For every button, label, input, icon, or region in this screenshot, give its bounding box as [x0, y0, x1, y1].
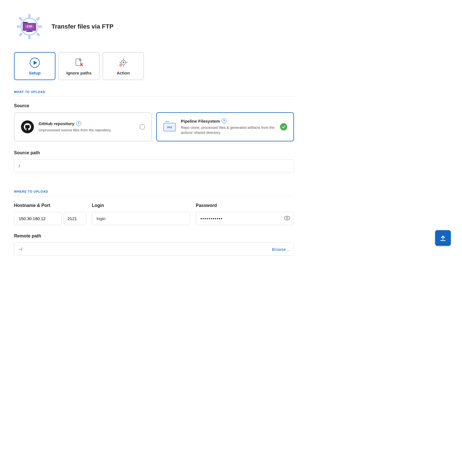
- github-help-icon[interactable]: ?: [76, 121, 81, 126]
- where-to-upload-section: WHERE TO UPLOAD Hostname & Port Login Pa…: [14, 190, 294, 256]
- what-to-upload-section: WHAT TO UPLOAD Source GitHub repository …: [14, 90, 294, 181]
- tab-action[interactable]: Action: [102, 52, 144, 80]
- svg-rect-2: [28, 35, 31, 39]
- svg-point-26: [120, 64, 122, 66]
- pfs-card-body: Pipeline Filesystem ? Repo clone, proces…: [181, 118, 276, 135]
- tab-setup-label: Setup: [29, 71, 41, 75]
- github-card-title: GitHub repository ?: [39, 121, 135, 126]
- svg-point-34: [284, 216, 290, 220]
- tab-ignore-paths-label: Ignore paths: [66, 71, 92, 75]
- pfs-card-desc: Repo clone, processed files & generated …: [181, 125, 276, 135]
- source-label: Source: [14, 103, 294, 108]
- svg-rect-3: [17, 25, 21, 28]
- tab-setup[interactable]: Setup: [14, 52, 55, 80]
- remote-path-wrap: Browse…: [14, 242, 294, 256]
- credentials-row: Hostname & Port Login Password: [14, 203, 294, 225]
- svg-rect-10: [26, 31, 33, 32]
- svg-text:FTP: FTP: [27, 25, 32, 28]
- hostname-input[interactable]: [14, 212, 62, 225]
- tab-ignore-paths[interactable]: Ignore paths: [58, 52, 100, 80]
- pfs-check: [280, 123, 287, 130]
- source-cards: GitHub repository ? Unprocessed source f…: [14, 112, 294, 141]
- source-card-github[interactable]: GitHub repository ? Unprocessed source f…: [14, 112, 152, 141]
- pfs-icon: PFS: [163, 120, 176, 134]
- svg-point-35: [286, 217, 288, 219]
- remote-path-input[interactable]: [14, 242, 294, 256]
- login-label: Login: [92, 203, 190, 208]
- svg-rect-4: [38, 25, 42, 28]
- source-path-label: Source path: [14, 150, 294, 155]
- github-card-body: GitHub repository ? Unprocessed source f…: [39, 121, 135, 133]
- ignore-paths-tab-icon: [73, 57, 85, 68]
- browse-button[interactable]: Browse…: [272, 247, 290, 251]
- login-group: Login: [92, 203, 190, 225]
- toggle-password-icon[interactable]: [284, 216, 290, 221]
- svg-marker-15: [34, 61, 37, 65]
- tab-action-label: Action: [117, 71, 130, 75]
- hostname-label: Hostname & Port: [14, 203, 86, 208]
- page-header: FTP Transfer files via FTP: [14, 11, 294, 42]
- password-input[interactable]: [196, 212, 294, 225]
- login-input[interactable]: [92, 212, 190, 225]
- tabs-container: Setup Ignore paths: [14, 52, 294, 80]
- svg-rect-8: [36, 32, 40, 37]
- pfs-help-icon[interactable]: ?: [221, 118, 227, 123]
- source-card-pipeline-fs[interactable]: PFS Pipeline Filesystem ? Repo clone, pr…: [156, 112, 294, 141]
- password-wrap: [196, 212, 294, 225]
- github-radio[interactable]: [139, 124, 145, 130]
- hostname-inputs: [14, 212, 86, 225]
- source-path-input[interactable]: [14, 159, 294, 172]
- ftp-folder-icon: FTP: [22, 20, 37, 32]
- action-tab-icon: [118, 57, 129, 68]
- password-label: Password: [196, 203, 294, 208]
- password-group: Password: [196, 203, 294, 225]
- where-to-upload-label: WHERE TO UPLOAD: [14, 190, 294, 196]
- github-icon: [21, 120, 34, 134]
- svg-point-21: [123, 62, 124, 63]
- hostname-group: Hostname & Port: [14, 203, 86, 225]
- svg-rect-7: [18, 32, 23, 37]
- port-input[interactable]: [64, 212, 86, 225]
- setup-tab-icon: [29, 57, 40, 68]
- github-card-desc: Unprocessed source files from the reposi…: [39, 128, 135, 133]
- page-title: Transfer files via FTP: [52, 23, 113, 30]
- svg-text:PFS: PFS: [167, 126, 172, 129]
- pfs-card-title: Pipeline Filesystem ?: [181, 118, 276, 123]
- svg-point-30: [21, 120, 34, 133]
- remote-path-label: Remote path: [14, 234, 294, 239]
- header-icon: FTP: [14, 11, 45, 42]
- what-to-upload-label: WHAT TO UPLOAD: [14, 90, 294, 97]
- svg-rect-1: [28, 14, 31, 18]
